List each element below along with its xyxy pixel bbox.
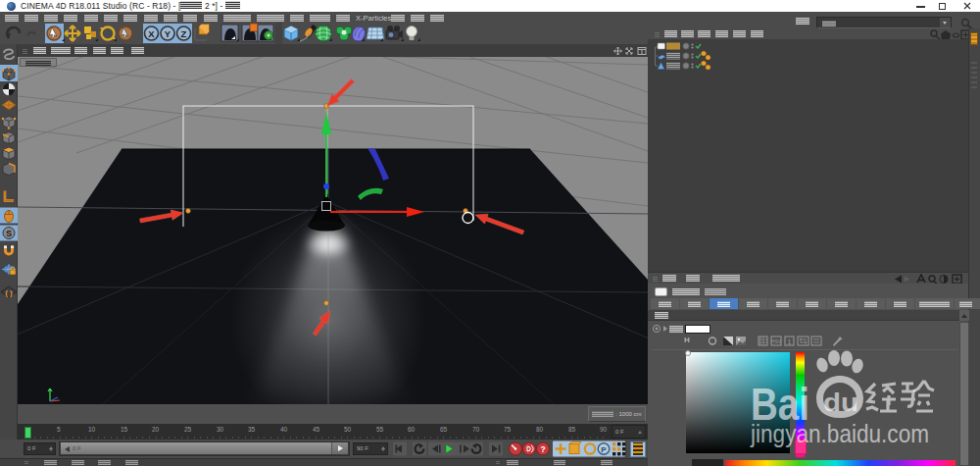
svg-text:HSV: HSV	[771, 338, 782, 344]
svg-text:du: du	[823, 388, 858, 417]
svg-text:1: 1	[788, 338, 792, 345]
svg-text:P: P	[601, 445, 607, 454]
svg-text:( ): ( )	[5, 288, 13, 297]
svg-text:X: X	[148, 28, 155, 39]
svg-text:Y: Y	[165, 28, 172, 39]
svg-text:jingyan.baidu.com: jingyan.baidu.com	[750, 419, 929, 448]
svg-text:S: S	[6, 229, 12, 238]
svg-text:Z: Z	[181, 28, 187, 39]
svg-text:?: ?	[540, 444, 545, 454]
